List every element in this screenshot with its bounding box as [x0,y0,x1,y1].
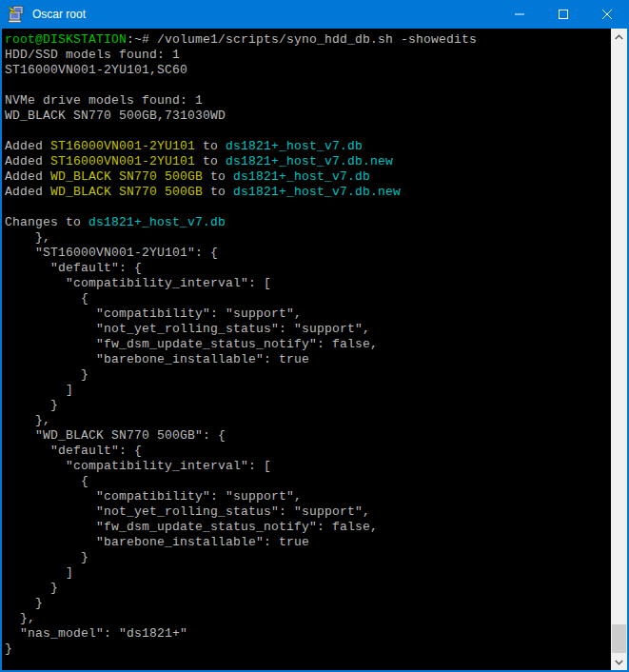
terminal-text-segment: to [195,139,226,153]
close-button[interactable] [585,0,629,29]
terminal-text-segment: to [203,169,233,184]
caption-buttons [498,0,629,29]
chevron-up-icon [615,34,623,40]
terminal-text-segment: ds1821+_host_v7.db.new [233,185,401,199]
terminal-text-segment: }, [5,611,35,625]
terminal-line: "barebone_installable": true [5,352,611,367]
maximize-icon [559,10,568,19]
terminal-text-segment: "compatibility": "support", [5,306,302,321]
scroll-down-button[interactable] [611,654,627,670]
terminal-line: "default": { [5,261,611,276]
terminal-line: { [5,291,611,306]
terminal-line: "compatibility": "support", [5,306,611,322]
terminal-line: "compatibility_interval": [ [5,459,611,474]
scrollbar[interactable] [611,29,627,670]
terminal-text-segment: root@DISKSTATION [5,32,127,47]
scrollbar-thumb[interactable] [612,624,626,653]
terminal-line: "fw_dsm_update_status_notify": false, [5,520,611,535]
terminal-line: ST16000VN001-2YU101,SC60 [5,63,611,78]
terminal-line: "ST16000VN001-2YU101": { [5,246,611,261]
terminal-line: "fw_dsm_update_status_notify": false, [5,337,611,352]
terminal-text-segment: Added [5,154,50,168]
chevron-down-icon [615,660,623,665]
terminal-text-segment: "barebone_installable": true [5,535,309,549]
putty-two-terminals-icon [6,5,25,24]
terminal-text-segment: Added [5,169,50,184]
terminal-line: } [5,596,611,611]
terminal-text-segment: ST16000VN001-2YU101 [50,154,195,168]
minimize-icon [515,10,524,19]
terminal-text-segment: }, [5,413,50,427]
terminal-line [5,124,611,139]
terminal-line: "nas_model": "ds1821+" [5,626,611,642]
terminal-line: } [5,642,611,657]
terminal-text-segment: } [5,398,58,412]
terminal-text-segment: "nas_model": "ds1821+" [5,626,187,641]
terminal-line: "default": { [5,444,611,459]
putty-window: Oscar root root@DISKSTATION:~# / [0,0,629,672]
terminal-text-segment: "compatibility": "support", [5,489,302,504]
terminal-line: NVMe drive models found: 1 [5,93,611,109]
terminal-line: "not_yet_rolling_status": "support", [5,322,611,337]
terminal-text-segment: "default": { [5,444,142,458]
terminal-text-segment: :~# /volume1/scripts/syno_hdd_db.sh -sho… [127,32,477,47]
terminal-text-segment: ST16000VN001-2YU101,SC60 [5,63,187,77]
terminal-text-segment: "default": { [5,261,142,275]
terminal-line: Added WD_BLACK SN770 500GB to ds1821+_ho… [5,169,611,185]
terminal-text-segment: NVMe drive models found: 1 [5,93,203,108]
minimize-button[interactable] [498,0,541,29]
terminal-line: "compatibility_interval": [ [5,276,611,291]
terminal-text-segment: "compatibility_interval": [ [5,276,271,290]
terminal-text-segment: } [5,642,12,656]
close-icon [602,10,612,19]
terminal-text-segment: "barebone_installable": true [5,352,309,366]
terminal-line [5,200,611,215]
terminal-text-segment: ds1821+_host_v7.db [226,139,363,153]
terminal-text-segment: { [5,291,88,306]
terminal-text-segment: to [203,185,233,199]
title-bar[interactable]: Oscar root [0,0,629,29]
terminal-line: "WD_BLACK SN770 500GB": { [5,428,611,444]
terminal-text-segment: "compatibility_interval": [ [5,459,271,473]
terminal-line: { [5,474,611,489]
terminal-text-segment: } [5,581,58,595]
scroll-up-button[interactable] [611,29,627,45]
putty-app-icon[interactable] [6,5,25,24]
terminal-line: "compatibility": "support", [5,489,611,504]
terminal-text-segment: }, [5,230,50,245]
terminal-line: } [5,581,611,596]
terminal-text-segment: WD_BLACK SN770 500GB [50,169,203,184]
terminal-text-segment: WD_BLACK SN770 500GB [50,185,203,199]
terminal-line: "not_yet_rolling_status": "support", [5,504,611,520]
terminal-line: WD_BLACK SN770 500GB,731030WD [5,109,611,124]
window-title: Oscar root [32,8,86,21]
terminal-line: } [5,550,611,565]
terminal-text-segment: } [5,550,88,564]
terminal-line: ] [5,565,611,581]
window-body: root@DISKSTATION:~# /volume1/scripts/syn… [0,29,629,672]
terminal-text-segment: "ST16000VN001-2YU101": { [5,246,218,260]
terminal-line: Changes to ds1821+_host_v7.db [5,215,611,230]
terminal-output[interactable]: root@DISKSTATION:~# /volume1/scripts/syn… [2,29,611,670]
terminal-line: }, [5,611,611,626]
terminal-line: HDD/SSD models found: 1 [5,48,611,63]
terminal-text-segment: Added [5,139,50,153]
terminal-text-segment: ds1821+_host_v7.db.new [226,154,393,168]
terminal-text-segment: "fw_dsm_update_status_notify": false, [5,520,378,534]
terminal-lines: root@DISKSTATION:~# /volume1/scripts/syn… [5,32,611,657]
terminal-text-segment: WD_BLACK SN770 500GB,731030WD [5,109,226,123]
terminal-text-segment: ds1821+_host_v7.db [233,169,370,184]
terminal-text-segment: HDD/SSD models found: 1 [5,48,180,62]
terminal-text-segment: to [195,154,226,168]
terminal-text-segment: } [5,367,88,382]
terminal-line: } [5,398,611,413]
maximize-button[interactable] [541,0,585,29]
terminal-text-segment: ] [5,565,73,580]
terminal-line: Added ST16000VN001-2YU101 to ds1821+_hos… [5,139,611,154]
terminal-line: }, [5,413,611,428]
terminal-text-segment: { [5,474,88,488]
terminal-text-segment: ] [5,383,73,397]
terminal-text-segment: Changes to [5,215,88,229]
terminal-text-segment: "not_yet_rolling_status": "support", [5,504,370,519]
terminal-text-segment: ds1821+_host_v7.db [88,215,226,229]
